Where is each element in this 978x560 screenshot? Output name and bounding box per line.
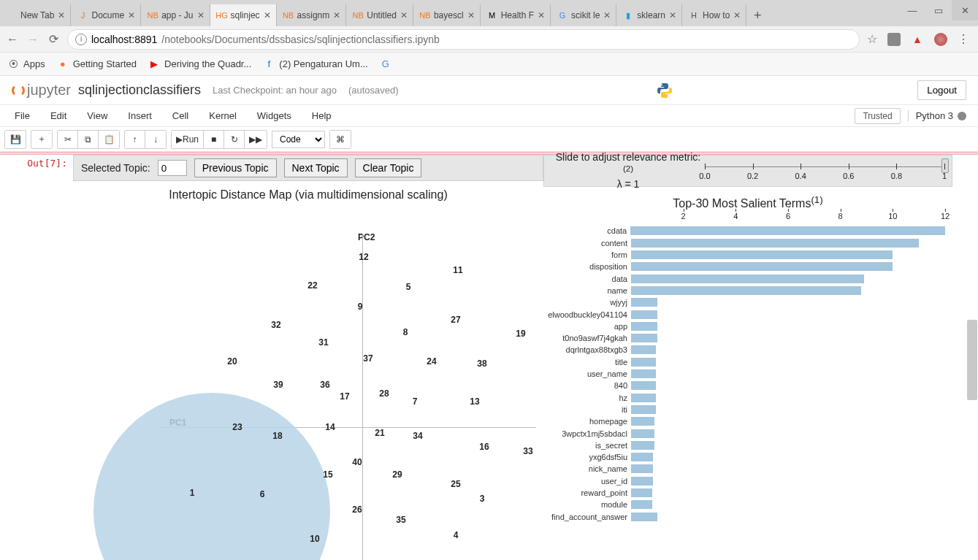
- slider-knob[interactable]: [941, 158, 949, 173]
- browser-tab[interactable]: JDocume✕: [71, 4, 141, 26]
- browser-tab[interactable]: NBapp - Ju✕: [141, 4, 210, 26]
- relevance-slider[interactable]: 0.00.20.40.60.81: [705, 160, 944, 182]
- topic-point[interactable]: 21: [375, 428, 384, 438]
- site-info-icon[interactable]: i: [75, 34, 87, 45]
- topic-point[interactable]: 28: [379, 388, 389, 399]
- topic-point[interactable]: 17: [340, 391, 349, 402]
- kernel-indicator[interactable]: Python 3: [908, 110, 966, 121]
- bookmark-item[interactable]: ⦿Apps: [7, 58, 45, 70]
- tab-close-icon[interactable]: ✕: [467, 11, 475, 20]
- next-topic-button[interactable]: Next Topic: [284, 158, 348, 177]
- topic-point[interactable]: 40: [352, 457, 362, 467]
- command-palette-button[interactable]: ⌘: [330, 131, 351, 148]
- tab-close-icon[interactable]: ✕: [400, 11, 408, 20]
- topic-point[interactable]: 36: [320, 380, 329, 390]
- tab-close-icon[interactable]: ✕: [127, 11, 136, 20]
- term-bar-row[interactable]: cdata: [543, 225, 945, 237]
- forward-button[interactable]: →: [26, 33, 39, 46]
- term-bar-row[interactable]: is_secret: [543, 440, 945, 451]
- browser-tab[interactable]: New Tab✕: [0, 4, 71, 26]
- topic-point[interactable]: 31: [318, 337, 328, 348]
- reload-button[interactable]: ⟳: [47, 33, 60, 46]
- topic-point[interactable]: 20: [227, 356, 237, 367]
- salient-terms-bars[interactable]: cdatacontentformdispositiondatanamewjyyj…: [543, 225, 945, 522]
- close-window-button[interactable]: ✕: [952, 0, 978, 20]
- term-bar-row[interactable]: disposition: [543, 261, 945, 272]
- menu-edit[interactable]: Edit: [40, 110, 77, 121]
- term-bar-row[interactable]: t0no9aswf7j4gkah: [543, 332, 945, 344]
- bookmark-item[interactable]: ●Getting Started: [57, 58, 137, 70]
- jupyter-logo[interactable]: jupyter: [12, 82, 71, 99]
- menu-widgets[interactable]: Widgets: [247, 110, 302, 121]
- topic-point[interactable]: 35: [396, 515, 405, 525]
- tab-close-icon[interactable]: ✕: [668, 11, 677, 20]
- topic-point[interactable]: 8: [403, 327, 408, 337]
- notebook-name[interactable]: sqlinjectionclassifiers: [78, 83, 201, 98]
- term-bar-row[interactable]: yxg6dsf5iu: [543, 451, 945, 463]
- topic-point[interactable]: 7: [413, 396, 418, 407]
- topic-point[interactable]: 22: [307, 280, 317, 291]
- topic-point[interactable]: 27: [451, 315, 460, 325]
- insert-cell-button[interactable]: ＋: [31, 131, 52, 148]
- tab-close-icon[interactable]: ✕: [196, 11, 205, 20]
- browser-tab[interactable]: NBbayescl✕: [413, 4, 481, 26]
- previous-topic-button[interactable]: Previous Topic: [194, 158, 277, 177]
- tab-close-icon[interactable]: ✕: [603, 11, 611, 20]
- term-bar-row[interactable]: 840: [543, 380, 945, 391]
- tab-close-icon[interactable]: ✕: [263, 11, 272, 20]
- term-bar-row[interactable]: user_name: [543, 368, 945, 380]
- menu-insert[interactable]: Insert: [118, 110, 162, 121]
- extension-icon-2[interactable]: ▲: [911, 33, 924, 46]
- browser-tab[interactable]: HHow to✕: [682, 4, 746, 26]
- topic-point[interactable]: 15: [323, 469, 332, 480]
- topic-point[interactable]: 11: [453, 265, 462, 275]
- topic-point[interactable]: 4: [454, 530, 459, 540]
- browser-tab[interactable]: NBassignm✕: [277, 4, 347, 26]
- topic-point[interactable]: 29: [392, 469, 402, 480]
- term-bar-row[interactable]: form: [543, 249, 945, 261]
- minimize-button[interactable]: —: [899, 0, 925, 20]
- topic-point[interactable]: 13: [470, 396, 479, 407]
- topic-point[interactable]: 12: [359, 252, 368, 262]
- term-bar-row[interactable]: 3wpctx1mj5sbdacl: [543, 427, 945, 439]
- topic-point[interactable]: 1: [190, 488, 195, 498]
- term-bar-row[interactable]: content: [543, 237, 945, 249]
- menu-cell[interactable]: Cell: [162, 110, 199, 121]
- topic-point[interactable]: 9: [358, 302, 363, 312]
- menu-kernel[interactable]: Kernel: [199, 110, 247, 121]
- menu-view[interactable]: View: [77, 110, 118, 121]
- topic-point[interactable]: 34: [413, 431, 422, 441]
- term-bar-row[interactable]: module: [543, 499, 945, 510]
- selected-topic-input[interactable]: [158, 160, 187, 176]
- maximize-button[interactable]: ▭: [925, 0, 952, 20]
- term-bar-row[interactable]: wjyyj: [543, 296, 945, 308]
- term-bar-row[interactable]: find_account_answer: [543, 510, 945, 522]
- term-bar-row[interactable]: user_id: [543, 475, 945, 487]
- run-button[interactable]: ▶ Run: [172, 131, 204, 148]
- term-bar-row[interactable]: app: [543, 321, 945, 332]
- term-bar-row[interactable]: homepage: [543, 415, 945, 427]
- bookmark-item[interactable]: ▶Deriving the Quadr...: [148, 58, 251, 70]
- topic-point[interactable]: 25: [451, 479, 460, 489]
- profile-avatar-icon[interactable]: [934, 33, 947, 46]
- trusted-indicator[interactable]: Trusted: [855, 108, 900, 124]
- bookmark-item[interactable]: f(2) Pengaturan Um...: [263, 58, 367, 70]
- topic-point[interactable]: 14: [325, 422, 335, 432]
- browser-menu-icon[interactable]: ⋮: [958, 32, 969, 46]
- term-bar-row[interactable]: dqrlntgax88txgb3: [543, 344, 945, 356]
- restart-button[interactable]: ↻: [224, 131, 245, 148]
- bookmark-star-icon[interactable]: ☆: [867, 32, 877, 46]
- topic-point[interactable]: 24: [427, 356, 436, 367]
- topic-point[interactable]: 3: [480, 494, 485, 504]
- term-bar-row[interactable]: hz: [543, 391, 945, 403]
- term-bar-row[interactable]: elwoodbuckley041104: [543, 308, 945, 320]
- logout-button[interactable]: Logout: [917, 80, 966, 100]
- menu-file[interactable]: File: [4, 110, 40, 121]
- topic-point[interactable]: 23: [232, 422, 242, 432]
- topic-point[interactable]: 19: [516, 329, 525, 339]
- restart-run-all-button[interactable]: ▶▶: [245, 131, 267, 148]
- copy-button[interactable]: ⧉: [78, 131, 99, 148]
- save-button[interactable]: 💾: [5, 131, 26, 148]
- back-button[interactable]: ←: [6, 33, 19, 46]
- topic-point[interactable]: 37: [363, 353, 373, 364]
